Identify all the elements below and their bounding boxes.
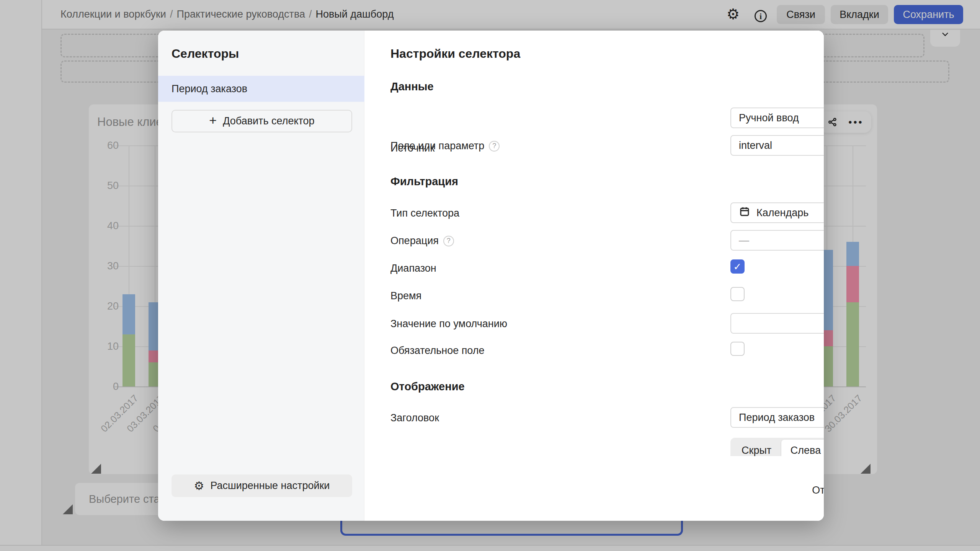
selectors-list-panel: Селекторы Период заказов + Добавить селе… <box>158 31 364 521</box>
hint-question-icon[interactable]: ? <box>489 141 500 152</box>
heading-label: Заголовок <box>390 412 439 424</box>
settings-panel-title: Настройки селектора <box>390 47 520 61</box>
field-or-param-label: Поле или параметр ? <box>390 140 500 152</box>
position-tab-Слева[interactable]: Слева <box>781 440 824 456</box>
selectors-panel-title: Селекторы <box>172 47 239 61</box>
cancel-button[interactable]: Отменить <box>801 478 824 502</box>
operation-select[interactable]: — <box>730 230 824 251</box>
time-label: Время <box>390 290 421 302</box>
time-checkbox[interactable] <box>730 287 745 301</box>
plus-icon: + <box>209 113 217 128</box>
field-or-param-input[interactable]: interval <box>730 135 824 156</box>
calendar-icon <box>739 206 756 220</box>
position-tab-Скрыт[interactable]: Скрыт <box>732 440 781 456</box>
section-display-heading: Отображение <box>390 380 465 393</box>
range-checkbox[interactable]: ✓ <box>730 259 745 274</box>
section-data-heading: Данные <box>390 80 434 93</box>
gear-icon: ⚙ <box>194 480 204 492</box>
default-value-button[interactable]: Не определено <box>730 313 824 334</box>
datalens-dashboard-editor: Коллекции и воркбуки/Практические руково… <box>0 0 980 551</box>
selectors-dialog: Селекторы Период заказов + Добавить селе… <box>158 31 824 521</box>
advanced-settings-button[interactable]: ⚙ Расширенные настройки <box>172 474 352 497</box>
required-checkbox[interactable] <box>730 342 745 356</box>
range-label: Диапазон <box>390 262 436 274</box>
add-selector-button[interactable]: + Добавить селектор <box>172 110 352 132</box>
default-value-label: Значение по умолчанию <box>390 318 507 330</box>
hint-question-icon[interactable]: ? <box>443 236 454 246</box>
selector-type-select[interactable]: Календарь <box>730 202 824 223</box>
section-filtering-heading: Фильтрация <box>390 175 458 188</box>
title-position-tabs: СкрытСлеваСверху <box>730 438 824 456</box>
operation-label: Операция ? <box>390 235 454 247</box>
selector-list-item-period[interactable]: Период заказов <box>158 76 364 102</box>
selector-settings-panel: Настройки селектора × Данные Источник Ру… <box>365 31 824 521</box>
selector-type-label: Тип селектора <box>390 207 459 219</box>
source-select[interactable]: Ручной ввод <box>730 108 824 128</box>
required-field-label: Обязательное поле <box>390 345 485 357</box>
heading-input[interactable]: Период заказов <box>730 407 824 428</box>
